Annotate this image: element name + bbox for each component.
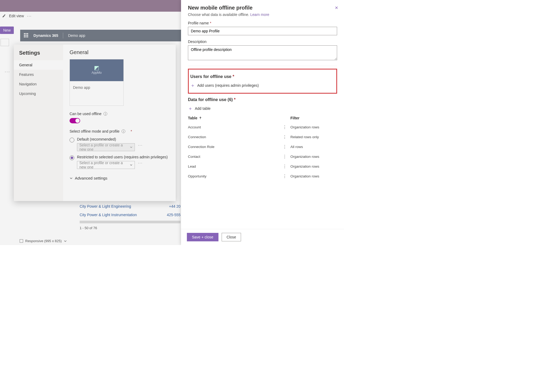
background-list: City Power & Light Engineering +44 20 Ci… [80, 202, 181, 230]
table-row[interactable]: Connection⋮Related rows only [188, 132, 337, 142]
broken-image-icon [94, 66, 99, 70]
sidebar-item-general[interactable]: General [14, 60, 63, 70]
app-tile-caption: AppMo [92, 71, 102, 75]
general-heading: General [70, 49, 169, 55]
description-label: Description [188, 40, 337, 44]
pencil-icon [2, 14, 6, 18]
profile-select-restricted[interactable]: Select a profile or create a new one [77, 161, 135, 169]
option-more-icon[interactable]: ··· [138, 143, 143, 147]
chevron-down-icon [64, 239, 67, 243]
list-item-name[interactable]: City Power & Light Engineering [80, 204, 131, 208]
users-section-highlight: Users for offline use * ＋ Add users (req… [188, 69, 337, 94]
app-tile[interactable]: AppMo Demo app [70, 59, 124, 106]
list-item-phone[interactable]: +44 20 [169, 204, 181, 208]
sidebar-item-upcoming[interactable]: Upcoming [14, 89, 63, 98]
row-filter: Related rows only [290, 135, 337, 139]
divider [188, 66, 337, 66]
plus-icon: ＋ [190, 82, 195, 89]
add-table-button[interactable]: ＋ Add table [188, 105, 337, 112]
info-icon[interactable]: i [122, 129, 125, 133]
description-input[interactable]: Offline profile description [188, 45, 337, 60]
chevron-down-icon [130, 163, 132, 167]
row-more-icon[interactable]: ⋮ [279, 155, 290, 159]
table-row[interactable]: Contact⋮Organization rows [188, 152, 337, 162]
col-table[interactable]: Table [188, 116, 290, 120]
panel-footer: Save + close Close [181, 229, 344, 245]
opt-restricted-label: Restricted to selected users (requires a… [77, 155, 169, 159]
learn-more-link[interactable]: Learn more [250, 12, 269, 17]
app-tile-name: Demo app [70, 81, 123, 106]
chevron-down-icon [70, 177, 73, 180]
settings-sidebar: Settings General Features Navigation Upc… [14, 45, 63, 201]
required-mark: * [131, 129, 132, 133]
waffle-icon[interactable] [24, 33, 29, 38]
offline-profile-panel: ✕ New mobile offline profile Choose what… [181, 0, 344, 245]
table-header: Table Filter [188, 116, 337, 122]
close-button[interactable]: Close [222, 233, 241, 241]
row-name: Lead [188, 164, 279, 168]
list-item[interactable]: City Power & Light Instrumentation 425-5… [80, 211, 181, 219]
row-more-icon[interactable]: ⋮ [279, 135, 290, 139]
info-icon[interactable]: i [104, 112, 107, 116]
pager-label: 1 - 50 of 76 [80, 226, 181, 230]
sidebar-item-features[interactable]: Features [14, 70, 63, 79]
mode-label: Select offline mode and profile i * [70, 129, 169, 133]
horizontal-scrollbar[interactable] [80, 221, 181, 223]
profile-name-label: Profile name * [188, 21, 337, 25]
row-filter: Organization rows [290, 125, 337, 129]
settings-title: Settings [14, 48, 63, 60]
row-more-icon[interactable]: ⋮ [279, 145, 290, 149]
settings-modal: Settings General Features Navigation Upc… [14, 45, 176, 201]
row-name: Connection Role [188, 145, 279, 149]
list-item-phone[interactable]: 425-555 [167, 213, 181, 217]
edit-view-label[interactable]: Edit view [9, 14, 24, 18]
list-item[interactable]: City Power & Light Engineering +44 20 [80, 202, 181, 211]
table-row[interactable]: Connection Role⋮All rows [188, 142, 337, 152]
radio-default[interactable] [70, 138, 74, 142]
sidebar-item-navigation[interactable]: Navigation [14, 79, 63, 89]
header-separator [63, 33, 63, 38]
profile-select-default: Select a profile or create a new one [77, 143, 135, 151]
panel-subtitle: Choose what data is available offline. L… [188, 12, 337, 17]
device-icon [20, 239, 23, 243]
offline-toggle[interactable] [70, 118, 80, 123]
sort-asc-icon [199, 117, 202, 119]
close-icon[interactable]: ✕ [335, 5, 338, 10]
advanced-settings-toggle[interactable]: Advanced settings [70, 176, 169, 180]
responsive-indicator[interactable]: Responsive (995 x 825) [20, 239, 67, 243]
opt-default-label: Default (recommended) [77, 137, 169, 141]
row-more-icon[interactable]: ⋮ [279, 174, 290, 178]
col-filter[interactable]: Filter [290, 116, 337, 120]
data-heading: Data for offline use (6) * [188, 97, 337, 102]
row-more-icon[interactable]: ⋮ [279, 164, 290, 168]
mode-option-restricted[interactable]: Restricted to selected users (requires a… [70, 155, 169, 169]
edit-view-bar: Edit view ··· [2, 14, 32, 18]
row-filter: Organization rows [290, 174, 337, 178]
plus-icon: ＋ [188, 105, 192, 112]
save-close-button[interactable]: Save + close [187, 233, 218, 241]
offline-toggle-label: Can be used offline i [70, 112, 169, 116]
row-filter: All rows [290, 145, 337, 149]
row-more-icon[interactable]: ⋮ [279, 125, 290, 129]
mode-radio-group: Default (recommended) Select a profile o… [70, 137, 169, 169]
option-more-icon[interactable]: ··· [138, 161, 143, 165]
panel-title: New mobile offline profile [188, 5, 337, 11]
chevron-down-icon [130, 146, 132, 149]
new-button[interactable]: New [0, 27, 14, 34]
row-name: Opportunity [188, 174, 279, 178]
mode-option-default[interactable]: Default (recommended) Select a profile o… [70, 137, 169, 151]
row-filter: Organization rows [290, 155, 337, 159]
table-row[interactable]: Account⋮Organization rows [188, 122, 337, 132]
row-filter: Organization rows [290, 164, 337, 168]
radio-restricted[interactable] [70, 155, 74, 160]
product-name: Dynamics 365 [33, 33, 58, 38]
table-row[interactable]: Opportunity⋮Organization rows [188, 171, 337, 181]
more-icon[interactable]: ··· [27, 14, 32, 18]
add-users-button[interactable]: ＋ Add users (requires admin privileges) [190, 82, 334, 89]
left-more-icon[interactable]: ··· [5, 69, 10, 74]
settings-main: General AppMo Demo app Can be used offli… [63, 45, 176, 201]
list-item-name[interactable]: City Power & Light Instrumentation [80, 213, 137, 217]
search-fragment[interactable] [1, 39, 9, 46]
table-row[interactable]: Lead⋮Organization rows [188, 162, 337, 171]
profile-name-input[interactable] [188, 27, 337, 35]
